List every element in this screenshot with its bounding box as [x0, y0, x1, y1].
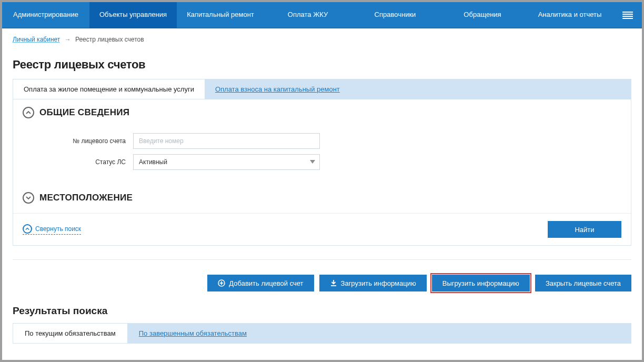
hamburger-icon: [622, 12, 633, 19]
find-button[interactable]: Найти: [548, 221, 621, 238]
chevron-up-icon: [23, 107, 34, 118]
breadcrumb-home-link[interactable]: Личный кабинет: [13, 36, 60, 43]
action-bar: Добавить лицевой счет Загрузить информац…: [13, 260, 631, 291]
filter-body: ОБЩИЕ СВЕДЕНИЯ № лицевого счета Статус Л…: [13, 99, 631, 213]
svg-marker-0: [310, 160, 315, 164]
results-title: Результаты поиска: [13, 305, 631, 317]
upload-info-button[interactable]: Загрузить информацию: [319, 275, 427, 291]
add-account-button[interactable]: Добавить лицевой счет: [207, 275, 314, 291]
nav-item-capital-repair[interactable]: Капитальный ремонт: [177, 2, 264, 28]
caret-down-icon: [310, 158, 315, 166]
app-window: Администрирование Объекты управления Кап…: [2, 2, 642, 360]
results-tabs: По текущим обязательствам По завершенным…: [13, 323, 631, 344]
breadcrumb: Личный кабинет → Реестр лицевых счетов: [13, 36, 631, 43]
nav-item-payment[interactable]: Оплата ЖКУ: [264, 2, 351, 28]
nav-item-admin[interactable]: Администрирование: [2, 2, 89, 28]
plus-circle-icon: [218, 279, 225, 287]
nav-item-appeals[interactable]: Обращения: [439, 2, 526, 28]
tab-housing-payment[interactable]: Оплата за жилое помещение и коммунальные…: [13, 79, 205, 99]
nav-item-analytics[interactable]: Аналитика и отчеты: [526, 2, 613, 28]
chevron-down-icon: [23, 192, 34, 204]
section-location[interactable]: МЕСТОПОЛОЖЕНИЕ: [23, 192, 621, 204]
download-icon: [330, 279, 337, 287]
status-select-value: Активный: [139, 158, 167, 166]
close-accounts-label: Закрыть лицевые счета: [546, 279, 621, 287]
tab-completed-obligations[interactable]: По завершенным обязательствам: [127, 324, 258, 343]
download-info-button[interactable]: Выгрузить информацию: [432, 275, 530, 291]
label-status: Статус ЛС: [23, 158, 133, 166]
collapse-chevron-icon: [23, 224, 32, 234]
collapse-search-link[interactable]: Свернуть поиск: [23, 224, 81, 235]
label-account-number: № лицевого счета: [23, 137, 133, 145]
add-account-label: Добавить лицевой счет: [229, 279, 303, 287]
status-select[interactable]: Активный: [133, 154, 320, 170]
filter-panel: Оплата за жилое помещение и коммунальные…: [13, 79, 631, 246]
main-tabs: Оплата за жилое помещение и коммунальные…: [13, 79, 631, 99]
tab-capital-repair-fee[interactable]: Оплата взноса на капитальный ремонт: [205, 79, 350, 99]
section-general[interactable]: ОБЩИЕ СВЕДЕНИЯ: [23, 107, 621, 118]
section-general-label: ОБЩИЕ СВЕДЕНИЯ: [39, 107, 129, 118]
top-nav: Администрирование Объекты управления Кап…: [2, 2, 642, 28]
page-title: Реестр лицевых счетов: [13, 58, 631, 72]
nav-item-directories[interactable]: Справочники: [351, 2, 439, 28]
breadcrumb-current: Реестр лицевых счетов: [75, 36, 144, 43]
filter-footer: Свернуть поиск Найти: [13, 213, 631, 245]
close-accounts-button[interactable]: Закрыть лицевые счета: [535, 275, 631, 291]
row-account-number: № лицевого счета: [23, 133, 621, 149]
collapse-search-label: Свернуть поиск: [35, 225, 81, 233]
account-number-input[interactable]: [133, 133, 320, 149]
tab-current-obligations[interactable]: По текущим обязательствам: [13, 324, 127, 343]
breadcrumb-separator: →: [65, 36, 71, 43]
content-area: Личный кабинет → Реестр лицевых счетов Р…: [2, 28, 642, 344]
section-location-label: МЕСТОПОЛОЖЕНИЕ: [39, 193, 133, 203]
hamburger-menu[interactable]: [613, 2, 642, 28]
nav-item-objects[interactable]: Объекты управления: [89, 2, 177, 28]
download-info-label: Выгрузить информацию: [442, 279, 519, 287]
upload-info-label: Загрузить информацию: [341, 279, 416, 287]
row-status: Статус ЛС Активный: [23, 154, 621, 170]
